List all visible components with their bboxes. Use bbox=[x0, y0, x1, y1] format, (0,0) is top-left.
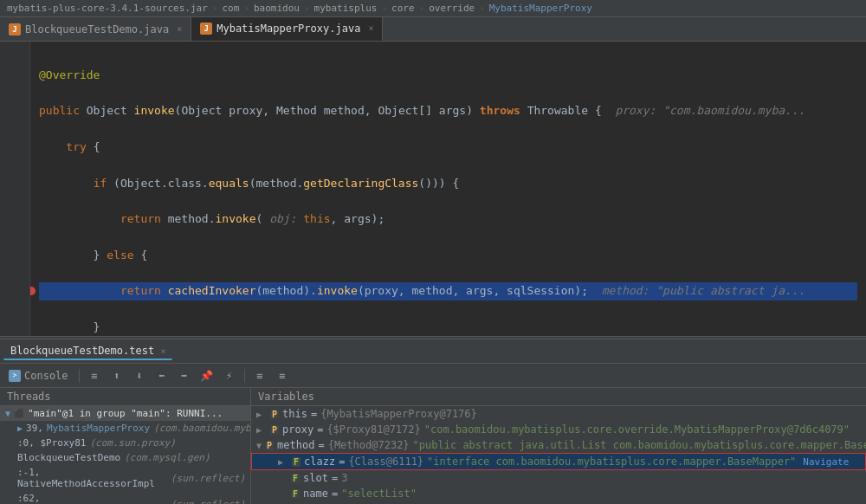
var-this-icon: P bbox=[270, 410, 279, 419]
var-this-expand[interactable]: ▶ bbox=[256, 410, 267, 419]
debug-session-tab[interactable]: BlockqueueTestDemo.test × bbox=[3, 343, 172, 360]
thread-native2[interactable]: :62, NativeMethodAccessorImpl (sun.refle… bbox=[0, 491, 250, 504]
code-line-else: } else { bbox=[39, 247, 857, 265]
thread-mybatisproxy-class: MybatisMapperProxy bbox=[47, 423, 150, 434]
code-line-cached: return cachedInvoker(method).invoke(prox… bbox=[39, 282, 857, 300]
thread-proxy81[interactable]: :0, $Proxy81 (com.sun.proxy) bbox=[0, 436, 250, 450]
var-proxy-icon: P bbox=[270, 425, 279, 435]
var-method-string: "public abstract java.util.List com.baom… bbox=[413, 439, 866, 451]
toolbar-btn-right[interactable]: ➡ bbox=[175, 366, 194, 385]
debug-content: Threads ▼ ⬛ "main"@1 in group "main": RU… bbox=[0, 388, 866, 504]
var-clazz[interactable]: ▶ F clazz = {Class@6111} "interface com.… bbox=[251, 453, 866, 470]
breadcrumb-override: override bbox=[429, 3, 475, 14]
code-line-if: if (Object.class.equals(method.getDeclar… bbox=[39, 175, 857, 193]
breadcrumb-core: core bbox=[391, 3, 415, 14]
tab-mybatisproxy-close[interactable]: × bbox=[368, 23, 373, 33]
thread-native1-pkg: (sun.reflect) bbox=[171, 473, 245, 484]
toolbar-btn-up[interactable]: ⬆ bbox=[107, 366, 126, 385]
code-line-try: try { bbox=[39, 139, 857, 157]
thread-icon-1: ⬛ bbox=[14, 409, 24, 418]
thread-mybatisproxy-pkg: (com.baomidou.mybatis... bbox=[153, 423, 251, 434]
var-name-expand: ▶ bbox=[277, 489, 288, 499]
var-name[interactable]: ▶ F name = "selectList" bbox=[251, 486, 866, 501]
thread-proxy81-label: :0, $Proxy81 bbox=[17, 437, 86, 449]
breadcrumb-jar: mybatis-plus-core-3.4.1-sources.jar bbox=[7, 3, 208, 14]
breadcrumb-bar: mybatis-plus-core-3.4.1-sources.jar › co… bbox=[0, 0, 866, 17]
breadcrumb-mybatisplus: mybatisplus bbox=[314, 3, 378, 14]
var-proxy[interactable]: ▶ P proxy = {$Proxy81@7172} "com.baomido… bbox=[251, 422, 866, 437]
var-name-name: name bbox=[303, 488, 328, 500]
breadcrumb-com: com bbox=[222, 3, 239, 14]
console-tab-btn[interactable]: > Console bbox=[3, 366, 74, 385]
variables-header: Variables bbox=[251, 388, 866, 406]
java-file-icon-2: J bbox=[200, 23, 212, 35]
var-clazz-expand[interactable]: ▶ bbox=[278, 457, 288, 467]
toolbar-btn-pin[interactable]: 📌 bbox=[197, 366, 216, 385]
thread-native1[interactable]: :-1, NativeMethodAccessorImpl (sun.refle… bbox=[0, 465, 250, 491]
breadcrumb-sep1: › bbox=[212, 3, 218, 14]
debug-session-label: BlockqueueTestDemo.test bbox=[10, 345, 154, 357]
java-file-icon-1: J bbox=[9, 23, 21, 36]
thread-native2-pkg: (sun.reflect) bbox=[171, 499, 245, 505]
toolbar-btn-more[interactable]: ≡ bbox=[273, 366, 292, 385]
tab-mybatisproxy[interactable]: J MybatisMapperProxy.java × bbox=[191, 17, 383, 41]
code-content: @Override public Object invoke(Object pr… bbox=[30, 42, 866, 336]
thread-mybatisproxy-arrow: ▶ bbox=[17, 423, 23, 433]
var-this-value: {MybatisMapperProxy@7176} bbox=[320, 408, 477, 420]
thread-native2-label: :62, NativeMethodAccessorImpl bbox=[17, 493, 167, 504]
var-name-string: "selectList" bbox=[341, 488, 417, 500]
debug-toolbar: > Console ≡ ⬆ ⬇ ⬅ ➡ 📌 ⚡ ≡ ≡ bbox=[0, 364, 866, 388]
threads-panel: Threads ▼ ⬛ "main"@1 in group "main": RU… bbox=[0, 388, 251, 504]
toolbar-btn-menu[interactable]: ≡ bbox=[85, 366, 104, 385]
var-clazz-icon: F bbox=[292, 457, 301, 467]
toolbar-btn-settings[interactable]: ≡ bbox=[250, 366, 269, 385]
var-clazz-string: "interface com.baomidou.mybatisplus.core… bbox=[427, 456, 796, 468]
var-slot-value: 3 bbox=[341, 472, 347, 484]
tab-blockqueue-close[interactable]: × bbox=[177, 24, 182, 34]
tab-blockqueue[interactable]: J BlockqueueTestDemo.java × bbox=[0, 17, 191, 41]
thread-blockqueue[interactable]: BlockqueueTestDemo (com.mysql.gen) bbox=[0, 450, 250, 465]
code-line-signature: public Object invoke(Object proxy, Metho… bbox=[39, 102, 857, 120]
var-proxy-expand[interactable]: ▶ bbox=[256, 425, 267, 435]
debug-session-close[interactable]: × bbox=[160, 346, 165, 356]
thread-main[interactable]: ▼ ⬛ "main"@1 in group "main": RUNNI... bbox=[0, 406, 250, 421]
line-numbers bbox=[0, 42, 30, 336]
debug-panel: BlockqueueTestDemo.test × > Console ≡ ⬆ … bbox=[0, 339, 866, 504]
editor-area: @Override public Object invoke(Object pr… bbox=[0, 42, 866, 336]
tab-blockqueue-label: BlockqueueTestDemo.java bbox=[25, 23, 169, 36]
var-method[interactable]: ▼ P method = {Method@7232} "public abstr… bbox=[251, 437, 866, 453]
thread-mybatisproxy-label: 39, bbox=[26, 423, 43, 434]
var-clazz-value: {Class@6111} bbox=[348, 456, 423, 468]
var-slot[interactable]: ▶ F slot = 3 bbox=[251, 470, 866, 486]
var-this-name: this bbox=[282, 408, 307, 420]
thread-blockqueue-label: BlockqueueTestDemo bbox=[17, 452, 120, 463]
code-line-return1: return method.invoke( obj: this, args); bbox=[39, 210, 857, 229]
var-method-icon: P bbox=[265, 441, 274, 450]
var-proxy-name: proxy bbox=[282, 423, 313, 436]
toolbar-sep2 bbox=[244, 369, 245, 383]
thread-expand-arrow: ▼ bbox=[5, 409, 10, 418]
thread-mybatisproxy[interactable]: ▶ 39, MybatisMapperProxy (com.baomidou.m… bbox=[0, 421, 250, 436]
variables-panel: Variables ▶ P this = {MybatisMapperProxy… bbox=[251, 388, 866, 504]
thread-proxy81-pkg: (com.sun.proxy) bbox=[89, 437, 175, 449]
toolbar-btn-left[interactable]: ⬅ bbox=[152, 366, 171, 385]
var-proxy-value: {$Proxy81@7172} bbox=[326, 423, 420, 436]
var-proxy-string: "com.baomidou.mybatisplus.core.override.… bbox=[424, 423, 850, 436]
var-method-expand[interactable]: ▼ bbox=[256, 441, 262, 450]
var-name-icon: F bbox=[291, 489, 300, 499]
debug-tab-bar: BlockqueueTestDemo.test × bbox=[0, 339, 866, 364]
var-method-value: {Method@7232} bbox=[328, 439, 410, 451]
toolbar-btn-down[interactable]: ⬇ bbox=[130, 366, 149, 385]
var-clazz-navigate[interactable]: Navigate bbox=[803, 456, 849, 468]
var-slot-name: slot bbox=[303, 472, 328, 484]
code-line-close-else: } bbox=[39, 319, 857, 336]
threads-header: Threads bbox=[0, 388, 250, 406]
thread-blockqueue-pkg: (com.mysql.gen) bbox=[124, 452, 210, 463]
console-label: Console bbox=[24, 370, 68, 382]
breadcrumb-baomidou: baomidou bbox=[254, 3, 300, 14]
thread-main-label: "main"@1 in group "main": RUNNI... bbox=[28, 408, 223, 419]
toolbar-btn-filter[interactable]: ⚡ bbox=[220, 366, 239, 385]
breadcrumb-class: MybatisMapperProxy bbox=[489, 3, 592, 14]
tab-bar: J BlockqueueTestDemo.java × J MybatisMap… bbox=[0, 17, 866, 42]
var-this[interactable]: ▶ P this = {MybatisMapperProxy@7176} bbox=[251, 406, 866, 422]
